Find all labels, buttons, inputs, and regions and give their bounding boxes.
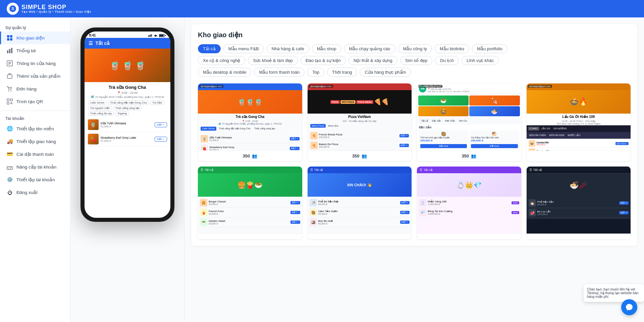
sidebar-item-qr[interactable]: Trình tạo QR [0,95,70,108]
template-watermark-2: screenshotlayer.com [309,85,333,88]
filter-thoi-trang[interactable]: Thời trang [327,68,357,77]
filter-portfolio[interactable]: Mẫu portfolio [472,44,507,53]
template-preview-fastfood: ☰Tất cả 🍔🍟🥗 🍔Burger Classic45,000 đĐẶT +… [198,167,302,234]
svg-point-26 [155,36,156,36]
sidebar-item-dang-xuat[interactable]: ⏻ Đăng xuất [0,186,70,199]
mock-hero-4: 🍲🔥 [527,90,631,114]
mock-items-5: 🍔Burger Classic45,000 đĐẶT + 🍟French Fri… [198,197,302,229]
tag-topping[interactable]: Topping [115,111,129,116]
tag-sang-tao[interactable]: Thức uống sáng tạo [113,106,142,110]
svg-point-14 [8,90,9,91]
sidebar-item-ten-mien[interactable]: 🌐 Thiết lập tên miền [0,122,70,135]
tag-tra-sua[interactable]: Trà Sữa [150,101,164,105]
sidebar-item-nang-cap[interactable]: VIP Nâng cấp tài khoản [0,160,70,173]
don-hang-icon [6,85,13,92]
svg-rect-22 [148,35,149,37]
template-card-welcome[interactable]: ☰Tất cả XIN CHÀO! 👋 🍜Phở Bò Đặc Biệt65,0… [308,167,412,239]
sidebar-item-thong-ke[interactable]: Thống kê [0,44,70,57]
filter-linh-vuc-khac[interactable]: Lĩnh vực khác [462,56,499,65]
filter-du-lich[interactable]: Du lịch [435,56,459,65]
filter-tags-row1: Tất cả Mẫu menu F&B Nhà hàng & cafe Mẫu … [198,44,631,53]
template-footer-7 [417,234,521,239]
filter-top[interactable]: Top [307,68,324,77]
filter-tags-row3: Mẫu desktop & mobile Mẫu form thanh toán… [198,68,631,77]
tag-da-xay[interactable]: Thức uống đá xay [88,111,114,116]
mock-hero-7: 💍👑💎 [417,173,521,197]
filter-suc-khoe[interactable]: Sức khoẻ & làm đẹp [248,56,298,65]
mock-tabs-1: Latte Series Thức uống đặc biệt Gong Cha… [198,125,302,132]
sidebar-item-giao-hang[interactable]: 🚚 Thiết lập giao hàng [0,135,70,148]
tag-thuc-uong[interactable]: Thức uống đặc biệt Gong Cha [108,101,149,105]
svg-rect-2 [7,35,9,38]
svg-rect-25 [151,34,152,37]
phone-app-header: ☰ Tất cả [85,38,170,49]
mock-header-6: ☰Tất cả [308,167,412,173]
template-card-jewelry[interactable]: ☰Tất cả 💍👑💎 💍Nhẫn Vàng 18K1,200,000 đXem… [417,167,521,239]
filter-menu-fb[interactable]: Mẫu menu F&B [223,44,264,53]
filter-cong-ty[interactable]: Mẫu công ty [398,44,432,53]
mock-hero-8: 🍜🥢 [527,174,631,197]
mock-items-6: 🍜Phở Bò Đặc Biệt65,000 đĐẶT + 🥘Cơm Tấm S… [308,197,412,229]
template-card-dinner[interactable]: ☰Tất cả 🍜🥢 🍜Phở Đặc Sản80,000 đĐẶT + 🥩Bò… [527,167,631,239]
sidebar-item-don-hang[interactable]: Đơn hàng [0,82,70,95]
svg-rect-4 [7,38,9,41]
svg-rect-8 [11,48,12,53]
filter-noi-that[interactable]: Nội thất & xây dựng [348,56,397,65]
logo: S SIMPLE SHOP Tạo Web • Quản lý • Thanh … [7,3,91,15]
mock-order-btn-3b[interactable]: Đặt mua [471,144,518,148]
filter-form-thanh-toan[interactable]: Mẫu form thanh toán [254,68,305,77]
right-panel: Kho giao diện Tất cả Mẫu menu F&B Nhà hà… [184,17,644,322]
filter-tat-ca[interactable]: Tất cả [198,44,221,53]
chat-bubble[interactable] [621,299,637,315]
sidebar-item-san-pham[interactable]: Thêm/ sửa sản phẩm [0,70,70,82]
mock-welcome-6: XIN CHÀO! 👋 [308,173,412,197]
phone-order-btn-1[interactable]: ĐẶT + [155,122,167,127]
filter-xe-cong-nghe[interactable]: Xe cộ & công nghệ [198,56,245,65]
filter-sim-dep[interactable]: Sim số đẹp [400,56,433,65]
sidebar-item-thong-tin[interactable]: Thông tin cửa hàng [0,57,70,70]
mock-screen-4: ☰ Tất cả 🍲🔥 Lẩu Gà Ớt Hiểm 109 11:00 - 2… [527,83,631,150]
mock-tabs-3: Tất cả Đặc Sản Đơn Giản Món Âu [417,118,521,124]
sidebar-label-thanh-toan: Cài đặt thanh toán [16,151,54,157]
filter-biolinks[interactable]: Mẫu biolinks [435,44,469,53]
svg-rect-17 [10,99,12,101]
user-count-2: 350 [352,153,360,158]
users-icon-1: 👥 [252,153,257,158]
phone-product-2: 🍓 Strawberry Earl Grey Latte 57,000 đ ĐẶ… [88,132,167,146]
kho-giao-dien-icon [6,35,13,41]
filter-quang-cao[interactable]: Mẫu chạy quảng cáo [344,44,395,53]
sidebar-item-thanh-toan[interactable]: 💳 Cài đặt thanh toán [0,148,70,160]
tag-tra-nguyen-chat[interactable]: Trà nguyên chất [88,106,112,110]
svg-text:VIP: VIP [8,167,12,170]
panel-title: Kho giao diện [198,31,631,39]
mock-items-2: 🍕French Bread Pizza100,000 đ ĐẶT + 🍕Bake… [308,129,412,150]
template-card-gong-cha[interactable]: ☰ Tất cả 🧋🧋🧋 Trà sữa Gong Cha 📍 9:00 - 2… [198,83,302,161]
template-card-dai-bui[interactable]: DB Dai Bui Res 📍 Mở cửa đến 23:00 PM 306… [417,83,521,161]
mock-screen-6: ☰Tất cả XIN CHÀO! 👋 🍜Phở Bò Đặc Biệt65,0… [308,167,412,234]
svg-rect-7 [9,49,10,53]
filter-dao-tao[interactable]: Đào tạo & sự kiện [301,56,346,65]
filter-desktop-mobile[interactable]: Mẫu desktop & mobile [198,68,251,77]
mock-order-btn-3a[interactable]: Đặt mua [420,144,467,148]
sidebar-item-cai-dat[interactable]: ⚙️ Thiết lập tài khoản [0,173,70,186]
sidebar-label-cai-dat: Thiết lập tài khoản [16,177,55,182]
phone-order-btn-2[interactable]: ĐẶT + [155,137,167,142]
filter-shop[interactable]: Mẫu shop [312,44,341,53]
template-card-fastfood[interactable]: ☰Tất cả 🍔🍟🥗 🍔Burger Classic45,000 đĐẶT +… [198,167,302,239]
mock-item-2b: 🍕Baked Zie Pizza100,000 đ ĐẶT + [310,141,409,150]
template-card-pizza[interactable]: ☰ Tất cả PIZZA HOT PIZZA PIZZA MENU 🍕🍕 P… [308,83,412,161]
phone-frame: 9:41 ☰ Tất cả [80,27,174,222]
template-card-lau-ga[interactable]: ☰ Tất cả 🍲🔥 Lẩu Gà Ớt Hiểm 109 11:00 - 2… [527,83,631,161]
filter-thuc-pham[interactable]: Cửa hàng thực phẩm [360,68,411,77]
filter-nha-hang[interactable]: Nhà hàng & cafe [267,44,309,53]
sidebar: Sự quản lý Kho giao diện Thống [0,17,70,322]
sidebar-label-dang-xuat: Đăng xuất [16,190,38,195]
tag-latte[interactable]: Latte Series [88,101,107,105]
phone-header-text: Tất cả [96,41,110,46]
sidebar-item-kho-giao-dien[interactable]: Kho giao diện [0,31,70,44]
template-watermark-3: screenshotlayer.com [418,85,442,88]
mock-shop-name-2: Pizza VietNam [308,114,412,120]
template-users-1: 350 👥 [243,153,257,158]
mock-res-addr2: 306-308 Lê Văn Sỹ, P.1, Q. Tân Bình, TPH… [428,90,469,92]
template-watermark-4: screenshotlayer.com [528,85,552,88]
